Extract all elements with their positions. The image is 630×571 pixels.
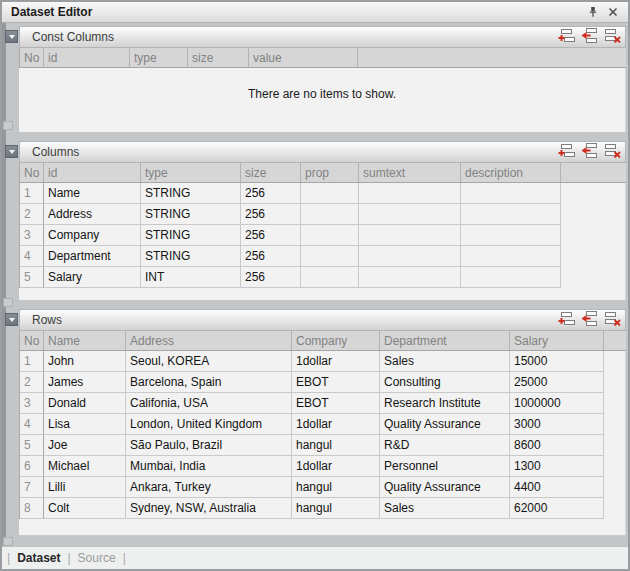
- column-header-id[interactable]: id: [44, 48, 130, 67]
- column-header-no[interactable]: No: [20, 331, 44, 350]
- data-cell[interactable]: 1dollar: [292, 456, 380, 477]
- row-number-cell[interactable]: 4: [20, 246, 44, 267]
- collapse-button[interactable]: [5, 145, 18, 158]
- data-cell[interactable]: 1000000: [510, 393, 604, 414]
- row-number-cell[interactable]: 7: [20, 477, 44, 498]
- pin-button[interactable]: [586, 5, 600, 19]
- column-header-prop[interactable]: prop: [301, 163, 359, 182]
- data-cell[interactable]: [301, 204, 359, 225]
- data-cell[interactable]: Address: [44, 204, 141, 225]
- column-header-size[interactable]: size: [241, 163, 301, 182]
- column-header-description[interactable]: description: [461, 163, 561, 182]
- add-row-button[interactable]: [557, 312, 576, 329]
- data-cell[interactable]: Sales: [380, 351, 510, 372]
- data-cell[interactable]: STRING: [141, 183, 241, 204]
- data-cell[interactable]: 256: [241, 225, 301, 246]
- column-header-type[interactable]: type: [130, 48, 188, 67]
- data-cell[interactable]: [301, 225, 359, 246]
- data-cell[interactable]: 8600: [510, 435, 604, 456]
- data-cell[interactable]: Research Institute: [380, 393, 510, 414]
- data-cell[interactable]: 1dollar: [292, 351, 380, 372]
- data-cell[interactable]: STRING: [141, 204, 241, 225]
- tab-source[interactable]: Source: [78, 551, 116, 565]
- row-number-cell[interactable]: 2: [20, 204, 44, 225]
- row-number-cell[interactable]: 4: [20, 414, 44, 435]
- data-cell[interactable]: [359, 267, 461, 288]
- data-cell[interactable]: [359, 246, 461, 267]
- tab-dataset[interactable]: Dataset: [17, 551, 60, 565]
- data-cell[interactable]: 1300: [510, 456, 604, 477]
- data-cell[interactable]: hangul: [292, 498, 380, 519]
- data-cell[interactable]: STRING: [141, 225, 241, 246]
- data-cell[interactable]: Personnel: [380, 456, 510, 477]
- data-cell[interactable]: Lilli: [44, 477, 126, 498]
- column-header-company[interactable]: Company: [292, 331, 380, 350]
- data-cell[interactable]: Colt: [44, 498, 126, 519]
- data-cell[interactable]: Michael: [44, 456, 126, 477]
- data-cell[interactable]: hangul: [292, 435, 380, 456]
- data-cell[interactable]: STRING: [141, 246, 241, 267]
- delete-row-button[interactable]: [603, 312, 622, 329]
- data-cell[interactable]: Mumbai, India: [126, 456, 292, 477]
- row-number-cell[interactable]: 3: [20, 225, 44, 246]
- data-cell[interactable]: [461, 183, 561, 204]
- data-cell[interactable]: 256: [241, 183, 301, 204]
- row-number-cell[interactable]: 6: [20, 456, 44, 477]
- data-cell[interactable]: 3000: [510, 414, 604, 435]
- row-number-cell[interactable]: 1: [20, 351, 44, 372]
- row-number-cell[interactable]: 1: [20, 183, 44, 204]
- add-row-button[interactable]: [557, 29, 576, 46]
- data-cell[interactable]: 62000: [510, 498, 604, 519]
- collapse-button[interactable]: [5, 313, 18, 326]
- column-header-department[interactable]: Department: [380, 331, 510, 350]
- delete-row-button[interactable]: [603, 29, 622, 46]
- data-cell[interactable]: Ankara, Turkey: [126, 477, 292, 498]
- data-cell[interactable]: Salary: [44, 267, 141, 288]
- data-cell[interactable]: Department: [44, 246, 141, 267]
- data-cell[interactable]: Joe: [44, 435, 126, 456]
- row-number-cell[interactable]: 2: [20, 372, 44, 393]
- column-header-name[interactable]: Name: [44, 331, 126, 350]
- column-header-type[interactable]: type: [141, 163, 241, 182]
- data-cell[interactable]: [461, 225, 561, 246]
- data-cell[interactable]: Quality Assurance: [380, 477, 510, 498]
- data-cell[interactable]: Sales: [380, 498, 510, 519]
- insert-row-button[interactable]: [580, 312, 599, 329]
- data-cell[interactable]: Name: [44, 183, 141, 204]
- column-header-salary[interactable]: Salary: [510, 331, 604, 350]
- data-cell[interactable]: Donald: [44, 393, 126, 414]
- data-cell[interactable]: [301, 246, 359, 267]
- collapse-button[interactable]: [5, 30, 18, 43]
- data-cell[interactable]: Consulting: [380, 372, 510, 393]
- data-cell[interactable]: [301, 183, 359, 204]
- data-cell[interactable]: [359, 204, 461, 225]
- row-number-cell[interactable]: 3: [20, 393, 44, 414]
- insert-row-button[interactable]: [580, 29, 599, 46]
- data-cell[interactable]: Sydney, NSW, Australia: [126, 498, 292, 519]
- data-cell[interactable]: 25000: [510, 372, 604, 393]
- data-cell[interactable]: INT: [141, 267, 241, 288]
- data-cell[interactable]: Company: [44, 225, 141, 246]
- data-cell[interactable]: [461, 246, 561, 267]
- data-cell[interactable]: 4400: [510, 477, 604, 498]
- data-cell[interactable]: 256: [241, 246, 301, 267]
- data-cell[interactable]: [301, 267, 359, 288]
- delete-row-button[interactable]: [603, 144, 622, 161]
- close-button[interactable]: [606, 5, 620, 19]
- data-cell[interactable]: 256: [241, 267, 301, 288]
- data-cell[interactable]: [461, 267, 561, 288]
- row-number-cell[interactable]: 5: [20, 267, 44, 288]
- data-cell[interactable]: 256: [241, 204, 301, 225]
- add-row-button[interactable]: [557, 144, 576, 161]
- row-number-cell[interactable]: 5: [20, 435, 44, 456]
- data-cell[interactable]: Lisa: [44, 414, 126, 435]
- data-cell[interactable]: hangul: [292, 477, 380, 498]
- data-cell[interactable]: Barcelona, Spain: [126, 372, 292, 393]
- data-cell[interactable]: [461, 204, 561, 225]
- data-cell[interactable]: 1dollar: [292, 414, 380, 435]
- column-header-no[interactable]: No: [20, 48, 44, 67]
- splitter-handle[interactable]: [3, 537, 13, 546]
- data-cell[interactable]: 15000: [510, 351, 604, 372]
- row-number-cell[interactable]: 8: [20, 498, 44, 519]
- data-cell[interactable]: John: [44, 351, 126, 372]
